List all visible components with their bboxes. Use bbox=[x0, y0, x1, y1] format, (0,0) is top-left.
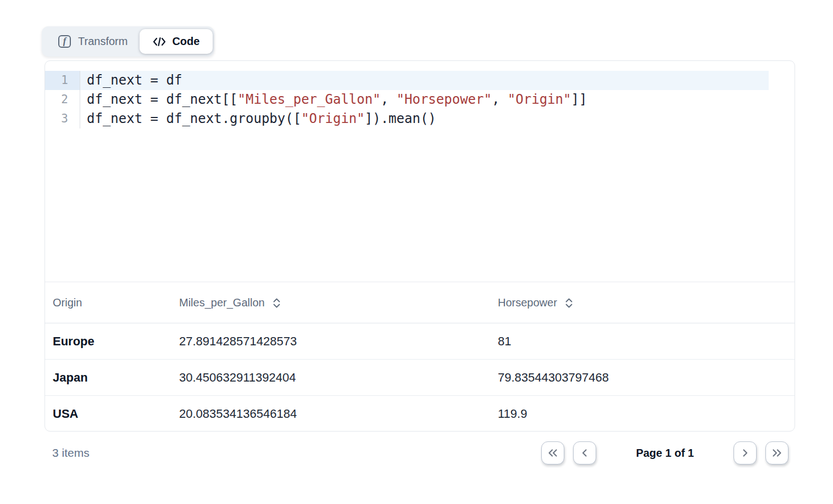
code-token: , bbox=[381, 92, 397, 107]
view-tabbar: f Transform Code bbox=[42, 26, 214, 57]
table-row: USA20.083534136546184119.9 bbox=[45, 396, 795, 432]
sort-icon[interactable] bbox=[272, 298, 281, 309]
table-row: Europe27.89142857142857381 bbox=[45, 323, 795, 360]
chevron-left-icon bbox=[580, 448, 590, 458]
chevron-right-icon bbox=[740, 448, 750, 458]
origin-cell: Europe bbox=[45, 334, 171, 349]
double-chevron-right-icon bbox=[771, 448, 783, 458]
string-token: "Origin" bbox=[301, 111, 365, 126]
code-token: df_next = df_next.groupby([ bbox=[87, 111, 301, 126]
table-row: Japan30.45063291139240479.83544303797468 bbox=[45, 360, 795, 396]
column-label: Origin bbox=[53, 296, 82, 309]
line-number: 3 bbox=[45, 109, 80, 128]
tab-transform[interactable]: f Transform bbox=[42, 35, 140, 48]
table-header-row: Origin Miles_per_Gallon Horsepower bbox=[45, 282, 795, 323]
line-number: 2 bbox=[45, 90, 80, 109]
table-footer: 3 items Page 1 of 1 bbox=[45, 441, 795, 464]
code-text: df_next = df_next[["Miles_per_Gallon", "… bbox=[80, 90, 769, 109]
code-token: , bbox=[492, 92, 508, 107]
column-header-miles-per-gallon[interactable]: Miles_per_Gallon bbox=[171, 296, 490, 309]
tab-code-label: Code bbox=[172, 35, 199, 48]
next-page-button[interactable] bbox=[734, 441, 757, 464]
code-brackets-icon bbox=[153, 36, 166, 48]
tab-transform-label: Transform bbox=[78, 35, 127, 48]
string-token: "Miles_per_Gallon" bbox=[238, 92, 381, 107]
code-lines: 1df_next = df2df_next = df_next[["Miles_… bbox=[45, 71, 795, 128]
last-page-button[interactable] bbox=[765, 441, 788, 464]
string-token: "Horsepower" bbox=[397, 92, 492, 107]
value-cell: 79.83544303797468 bbox=[490, 371, 795, 385]
code-line[interactable]: 1df_next = df bbox=[45, 71, 795, 90]
sort-icon[interactable] bbox=[564, 298, 574, 309]
line-number: 1 bbox=[45, 71, 80, 90]
pagination: Page 1 of 1 bbox=[541, 441, 788, 464]
code-text: df_next = df_next.groupby(["Origin"]).me… bbox=[80, 109, 769, 128]
string-token: "Origin" bbox=[508, 92, 571, 107]
value-cell: 27.891428571428573 bbox=[171, 334, 490, 349]
value-cell: 20.083534136546184 bbox=[171, 407, 490, 421]
transform-panel: 1df_next = df2df_next = df_next[["Miles_… bbox=[45, 60, 795, 432]
value-cell: 30.450632911392404 bbox=[171, 371, 490, 385]
column-header-horsepower[interactable]: Horsepower bbox=[490, 296, 795, 309]
code-token: ]] bbox=[571, 92, 587, 107]
items-count: 3 items bbox=[52, 446, 90, 460]
code-line[interactable]: 3df_next = df_next.groupby(["Origin"]).m… bbox=[45, 109, 795, 128]
value-cell: 81 bbox=[490, 334, 795, 349]
page-indicator: Page 1 of 1 bbox=[636, 447, 694, 460]
origin-cell: Japan bbox=[45, 371, 171, 385]
previous-page-button[interactable] bbox=[573, 441, 596, 464]
value-cell: 119.9 bbox=[490, 407, 795, 421]
code-line[interactable]: 2df_next = df_next[["Miles_per_Gallon", … bbox=[45, 90, 795, 109]
tab-code[interactable]: Code bbox=[140, 29, 213, 54]
table-body: Europe27.89142857142857381Japan30.450632… bbox=[45, 323, 795, 432]
first-page-button[interactable] bbox=[541, 441, 564, 464]
origin-cell: USA bbox=[45, 407, 171, 421]
result-table: Origin Miles_per_Gallon Horsepower bbox=[45, 282, 795, 432]
code-token: ]).mean() bbox=[365, 111, 436, 126]
code-token: df_next = df_next[[ bbox=[87, 92, 238, 107]
code-token: df_next = df bbox=[87, 72, 182, 88]
column-label: Miles_per_Gallon bbox=[179, 296, 265, 309]
code-text: df_next = df bbox=[80, 71, 769, 90]
column-label: Horsepower bbox=[498, 296, 557, 309]
double-chevron-left-icon bbox=[547, 448, 559, 458]
code-editor[interactable]: 1df_next = df2df_next = df_next[["Miles_… bbox=[45, 61, 795, 282]
function-icon: f bbox=[58, 35, 71, 48]
column-header-origin: Origin bbox=[45, 296, 171, 309]
